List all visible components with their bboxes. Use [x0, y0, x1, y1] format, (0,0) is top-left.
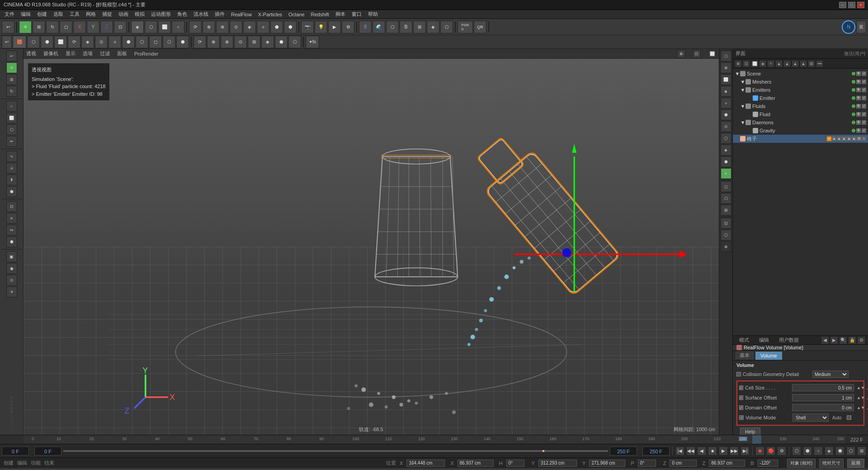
tool-g[interactable]: ⬟ — [270, 21, 283, 33]
cellsize-checkbox[interactable]: ✓ — [739, 385, 743, 390]
tree-item-chair[interactable]: ▸ 椅子 ✓ ▲ ▲ ▲ ▲ ▲ ⊞ • — [733, 135, 868, 143]
menu-window[interactable]: 窗口 — [349, 10, 364, 19]
transport-slider-area[interactable] — [63, 450, 608, 452]
scene-tree[interactable]: ▼ Scene 👁 ✓ ▼ Meshers 👁 ✓ — [733, 69, 868, 335]
rf-btn7[interactable]: ⬠ — [440, 21, 453, 33]
props-tab-edit[interactable]: 编辑 — [755, 336, 773, 344]
vp-menu-camera[interactable]: 摄像机 — [43, 50, 58, 57]
tb2-fx[interactable]: ✦fx — [306, 36, 319, 48]
rs-icon-5[interactable]: ⟡ — [721, 98, 731, 108]
ri-btn-7[interactable]: ▲ — [783, 60, 791, 67]
rs-icon-7[interactable]: ⊙ — [721, 121, 731, 132]
menu-mograph[interactable]: 运动图形 — [148, 10, 174, 19]
props-nav-back[interactable]: ◀ — [821, 336, 829, 344]
btn-cache[interactable]: ⬢ — [803, 446, 812, 456]
coord-mode-btn[interactable]: 对象 (相对) — [787, 459, 816, 468]
props-nav-lock[interactable]: 🔒 — [848, 336, 856, 344]
rs-icon-17[interactable]: ⊕ — [721, 241, 731, 252]
menu-create[interactable]: 创建 — [34, 10, 50, 19]
tool-spline[interactable]: ∿ — [6, 151, 17, 162]
tree-item-fluids[interactable]: ▼ Fluids 👁 ✓ — [733, 102, 868, 110]
psr-btn[interactable]: PSR0 — [458, 21, 473, 33]
viewport[interactable]: 透视视图 Simulation 'Scene': > Fluid 'Fluid'… — [24, 59, 719, 435]
tb2-t10[interactable]: ◻ — [149, 36, 162, 48]
btn-rf3[interactable]: ⬠ — [846, 446, 855, 456]
tool-rect[interactable]: ⬜ — [6, 113, 17, 123]
tool-paint[interactable]: ✏ — [6, 136, 17, 147]
tree-item-meshers[interactable]: ▼ Meshers 👁 ✓ — [733, 78, 868, 86]
menu-animate[interactable]: 动画 — [116, 10, 131, 19]
tool-c[interactable]: ⊗ — [216, 21, 229, 33]
menu-realflow[interactable]: RealFlow — [228, 11, 255, 18]
btn-rf4[interactable]: ⊞ — [857, 446, 866, 456]
tool-mirror[interactable]: ⇔ — [6, 225, 17, 235]
surfoffset-input[interactable] — [792, 394, 854, 401]
tb2-t5[interactable]: ◈ — [81, 36, 94, 48]
tool-align[interactable]: ≡ — [6, 213, 17, 224]
render-view[interactable]: ▶ — [328, 21, 341, 33]
btn-sim[interactable]: ⬡ — [792, 446, 801, 456]
prop-tab-basic[interactable]: 基本 — [735, 351, 755, 360]
menu-pipeline[interactable]: 流水线 — [191, 10, 211, 19]
btn-go-end[interactable]: ▶| — [741, 446, 750, 456]
tree-item-fluid[interactable]: ▸ Fluid 👁 ✓ — [733, 110, 868, 118]
rf-btn4[interactable]: B — [400, 21, 412, 33]
cellsize-stepper[interactable]: ▲▼ — [856, 385, 866, 390]
tool-knife[interactable]: ⚔ — [6, 163, 17, 174]
tool-cube[interactable]: ▣ — [6, 251, 17, 262]
ri-btn-9[interactable]: ▲ — [800, 60, 807, 67]
menu-plugins[interactable]: 插件 — [212, 10, 227, 19]
btn-record[interactable]: ⏺ — [755, 446, 764, 456]
tool-array[interactable]: ⬢ — [6, 236, 17, 247]
rs-icon-12[interactable]: ◻ — [721, 181, 731, 192]
rf-btn1[interactable]: S — [359, 21, 372, 33]
move-tool[interactable]: ✛ — [19, 21, 32, 33]
tool-snap[interactable]: ⊡ — [6, 201, 17, 212]
btn-rf2[interactable]: ⬟ — [835, 446, 844, 456]
tree-item-scene[interactable]: ▼ Scene 👁 ✓ — [733, 70, 868, 78]
vp-menu-prorender[interactable]: ProRender — [134, 51, 158, 56]
ri-btn-3[interactable]: ⬜ — [751, 60, 758, 67]
ri-btn-2[interactable]: ⊡ — [743, 60, 750, 67]
tb2-undo[interactable]: ↩ — [2, 36, 12, 48]
btn-key-settings[interactable]: ⚙ — [777, 446, 786, 456]
tool-cylinder[interactable]: ⊙ — [6, 275, 17, 286]
tool-b[interactable]: ⊕ — [203, 21, 215, 33]
volmode-checkbox[interactable]: ✓ — [739, 415, 744, 420]
rs-icon-8[interactable]: ⬡ — [721, 133, 731, 144]
tb2-t7[interactable]: ⟡ — [108, 36, 121, 48]
tb2-t14[interactable]: ⊗ — [221, 36, 233, 48]
world-coords[interactable]: ⊡ — [114, 21, 127, 33]
qr-btn[interactable]: QR — [474, 21, 486, 33]
transform-z[interactable]: Z — [100, 21, 113, 33]
rs-icon-11[interactable]: ≡ — [721, 168, 731, 179]
menu-select[interactable]: 选取 — [51, 10, 66, 19]
collision-check[interactable] — [736, 372, 741, 376]
domoffset-checkbox[interactable]: ✓ — [739, 405, 743, 410]
tool-poly[interactable]: ⬡ — [6, 124, 17, 135]
rs-icon-1[interactable]: ⬡ — [721, 51, 731, 61]
lang-btn[interactable]: 英 — [856, 21, 866, 33]
vp-menu-panel[interactable]: 面板 — [117, 50, 127, 57]
tree-item-gravity[interactable]: ▸ Gravity 👁 ✓ — [733, 127, 868, 135]
tb2-t12[interactable]: ⬢ — [176, 36, 189, 48]
menu-xparticles[interactable]: X-Particles — [255, 11, 285, 18]
camera-btn[interactable]: 📷 — [301, 21, 314, 33]
tree-item-emitters[interactable]: ▼ Emitters 👁 ✓ — [733, 86, 868, 94]
close-button[interactable]: × — [857, 2, 864, 8]
btn-autokey[interactable]: 🔴 — [766, 446, 775, 456]
volmode-auto-check[interactable] — [847, 415, 851, 420]
x-size-input[interactable] — [458, 460, 494, 467]
tool-scale[interactable]: ⊞ — [6, 74, 17, 85]
rs-icon-14[interactable]: ⊞ — [721, 205, 731, 216]
menu-snap[interactable]: 捕捉 — [99, 10, 115, 19]
ri-btn-1[interactable]: ⊕ — [735, 60, 742, 67]
y-size-input[interactable] — [589, 460, 625, 467]
surfoffset-stepper[interactable]: ▲▼ — [856, 395, 866, 400]
tool-a[interactable]: ⟳ — [189, 21, 202, 33]
render-settings[interactable]: ⚙ — [342, 21, 354, 33]
ri-btn-4[interactable]: ◈ — [759, 60, 766, 67]
tool-move[interactable]: ✛ — [6, 62, 17, 73]
tb2-t4[interactable]: ⟳ — [68, 36, 80, 48]
vp-icon-2[interactable]: ⊡ — [693, 50, 701, 58]
